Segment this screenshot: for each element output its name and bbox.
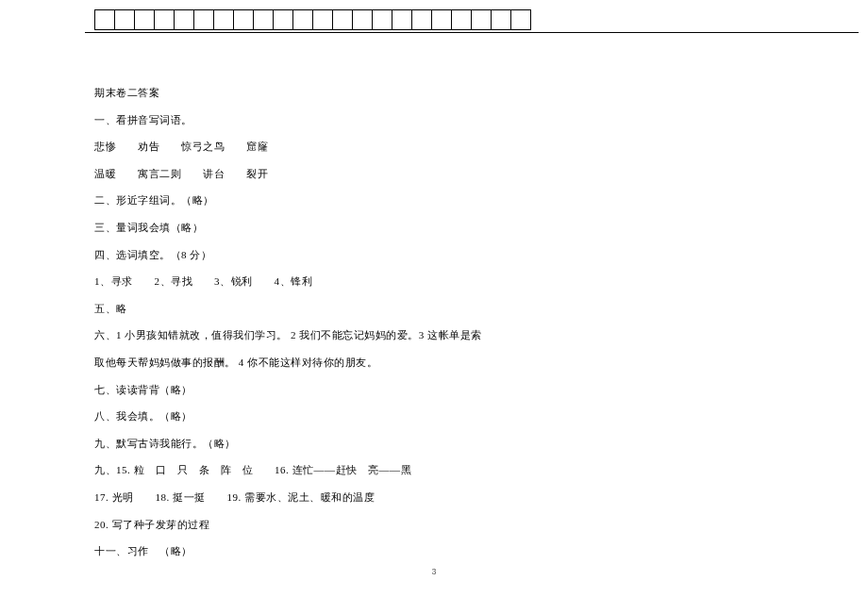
grid-cell (332, 9, 353, 30)
grid-cell (491, 9, 511, 30)
grid-cell (471, 9, 492, 30)
grid-cell (510, 9, 531, 30)
grid-cell (312, 9, 333, 30)
grid-cell (253, 9, 274, 30)
section-4-heading: 四、选词填空。（8 分） (94, 247, 783, 264)
section-9b-line: 20. 写了种子发芽的过程 (94, 517, 783, 534)
answer-grid (94, 9, 783, 33)
grid-cell (193, 9, 214, 30)
section-9b-line: 17. 光明 18. 挺一挺 19. 需要水、泥土、暖和的温度 (94, 490, 783, 506)
grid-cell (94, 9, 115, 30)
section-2: 二、形近字组词。（略） (94, 192, 783, 209)
grid-cell (273, 9, 293, 30)
answer-content: 期末卷二答案 一、看拼音写词语。 悲惨 劝告 惊弓之鸟 窟窿 温暖 寓言二则 讲… (94, 33, 783, 560)
section-9: 九、默写古诗我能行。（略） (94, 436, 783, 453)
section-11: 十一、习作 （略） (94, 543, 783, 560)
page-number: 3 (431, 567, 436, 576)
section-3: 三、量词我会填（略） (94, 220, 783, 237)
section-9b-line: 九、15. 粒 口 只 条 阵 位 16. 连忙——赶快 亮——黑 (94, 462, 783, 479)
grid-cell (372, 9, 392, 30)
grid-cell (213, 9, 234, 30)
section-8: 八、我会填。（略） (94, 408, 783, 425)
grid-cell (154, 9, 175, 30)
doc-title: 期末卷二答案 (94, 85, 783, 102)
grid-row (94, 9, 783, 30)
grid-cell (174, 9, 194, 30)
grid-cell (431, 9, 452, 30)
grid-cell (411, 9, 432, 30)
section-5: 五、略 (94, 301, 783, 318)
grid-cell (233, 9, 254, 30)
section-6-line: 六、1 小男孩知错就改，值得我们学习。 2 我们不能忘记妈妈的爱。3 这帐单是索 (94, 327, 783, 344)
section-1-heading: 一、看拼音写词语。 (94, 112, 783, 129)
grid-cell (114, 9, 135, 30)
section-6-line: 取他每天帮妈妈做事的报酬。 4 你不能这样对待你的朋友。 (94, 355, 783, 372)
grid-cell (134, 9, 155, 30)
section-1-answers-row: 悲惨 劝告 惊弓之鸟 窟窿 (94, 139, 783, 156)
grid-cell (392, 9, 412, 30)
grid-cell (451, 9, 472, 30)
section-4-answers: 1、寻求 2、寻找 3、锐利 4、锋利 (94, 274, 783, 290)
grid-cell (352, 9, 373, 30)
section-1-answers-row: 温暖 寓言二则 讲台 裂开 (94, 166, 783, 183)
grid-cell (292, 9, 313, 30)
section-7: 七、读读背背（略） (94, 382, 783, 399)
